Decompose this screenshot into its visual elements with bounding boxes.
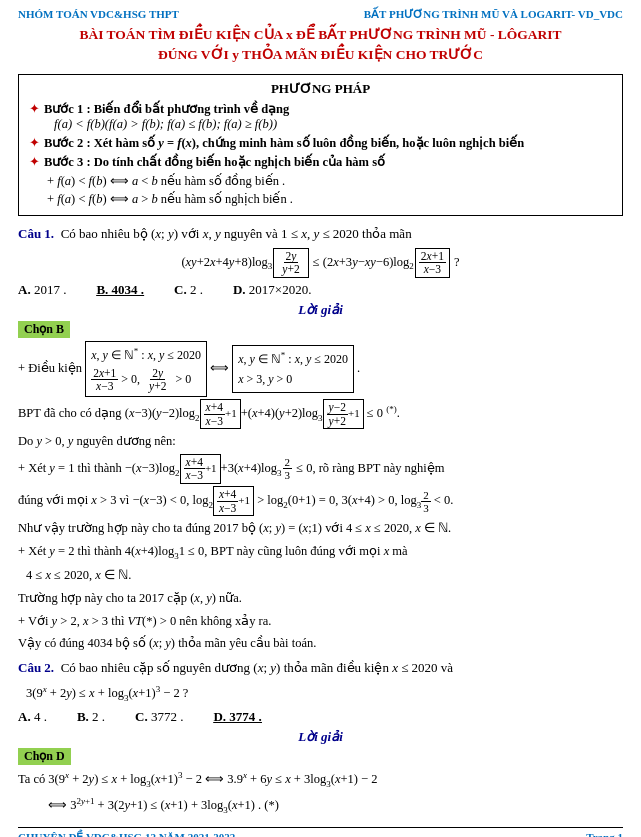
cau1-loi-giai: Lời giải [18,302,623,318]
pp-sub2: + f(a) < f(b) ⟺ a > b nếu hàm số nghịch … [47,191,612,207]
cau1-formula: (xy+2x+4y+8)log3 2yy+2 ≤ (2x+3y−xy−6)log… [18,248,623,278]
cau1-ans-c: C. 2 . [174,282,203,298]
cau2-ans-d: D. 3774 . [213,709,261,725]
cau2-formula: 3(9x + 2y) ≤ x + log3(x+1)3 − 2 ? [26,682,623,706]
cau2-ans-b: B. 2 . [77,709,105,725]
header-right: BẤT PHƯƠNG TRÌNH MŨ VÀ LOGARIT- VD_VDC [364,8,623,21]
header-left: NHÓM TOÁN VDC&HSG THPT [18,8,179,21]
cau2-answers: A. 4 . B. 2 . C. 3772 . D. 3774 . [18,709,623,725]
pp-step1: ✦ Bước 1 : Biến đổi bất phương trình về … [29,101,612,132]
cau2-label: Câu 2. [18,660,57,675]
pp-step3: ✦ Bước 3 : Do tính chất đồng biến hoặc n… [29,154,612,170]
cau1-question: Có bao nhiêu bộ (x; y) với x, y nguyên v… [61,226,412,241]
cau1-ans-a: A. 2017 . [18,282,66,298]
cau1-ans-b: B. 4034 . [96,282,144,298]
cau2-ans-c: C. 3772 . [135,709,183,725]
footer-left: CHUYÊN ĐỀ VDC&HSG 12 NĂM 2021-2022 [18,831,235,837]
cau1-answers: A. 2017 . B. 4034 . C. 2 . D. 2017×2020. [18,282,623,298]
cau2-question: Có bao nhiêu cặp số nguyên dương (x; y) … [61,660,453,675]
phuong-phap-title: PHƯƠNG PHÁP [29,81,612,97]
pp-icon-3: ✦ [29,154,40,170]
cau2: Câu 2. Có bao nhiêu cặp số nguyên dương … [18,660,623,676]
pp-icon-2: ✦ [29,135,40,151]
cau1-solution: Chọn B + Điều kiện x, y ∈ ℕ* : x, y ≤ 20… [18,321,623,654]
phuong-phap-box: PHƯƠNG PHÁP ✦ Bước 1 : Biến đổi bất phươ… [18,74,623,216]
cau2-ans-a: A. 4 . [18,709,47,725]
footer-right: Trang 1 [586,831,623,837]
cau2-loi-giai: Lời giải [18,729,623,745]
cau1-chon: Chọn B [18,321,70,338]
cau1: Câu 1. Có bao nhiêu bộ (x; y) với x, y n… [18,226,623,242]
pp-step2: ✦ Bước 2 : Xét hàm số y = f(x), chứng mi… [29,135,612,151]
header: NHÓM TOÁN VDC&HSG THPT BẤT PHƯƠNG TRÌNH … [18,8,623,21]
main-title: BÀI TOÁN TÌM ĐIỀU KIỆN CỦA x ĐỂ BẤT PHƯƠ… [18,25,623,66]
cau1-label: Câu 1. [18,226,57,241]
footer: CHUYÊN ĐỀ VDC&HSG 12 NĂM 2021-2022 Trang… [18,827,623,837]
cau2-solution: Chọn D Ta có 3(9x + 2y) ≤ x + log3(x+1)3… [18,748,623,817]
main-title-line1: BÀI TOÁN TÌM ĐIỀU KIỆN CỦA x ĐỂ BẤT PHƯƠ… [18,25,623,45]
pp-sub1: + f(a) < f(b) ⟺ a < b nếu hàm số đồng bi… [47,173,612,189]
pp-icon-1: ✦ [29,101,40,117]
cau1-ans-d: D. 2017×2020. [233,282,311,298]
cau2-chon: Chọn D [18,748,71,765]
main-title-line2: ĐÚNG VỚI y THỎA MÃN ĐIỀU KIỆN CHO TRƯỚC [18,45,623,65]
